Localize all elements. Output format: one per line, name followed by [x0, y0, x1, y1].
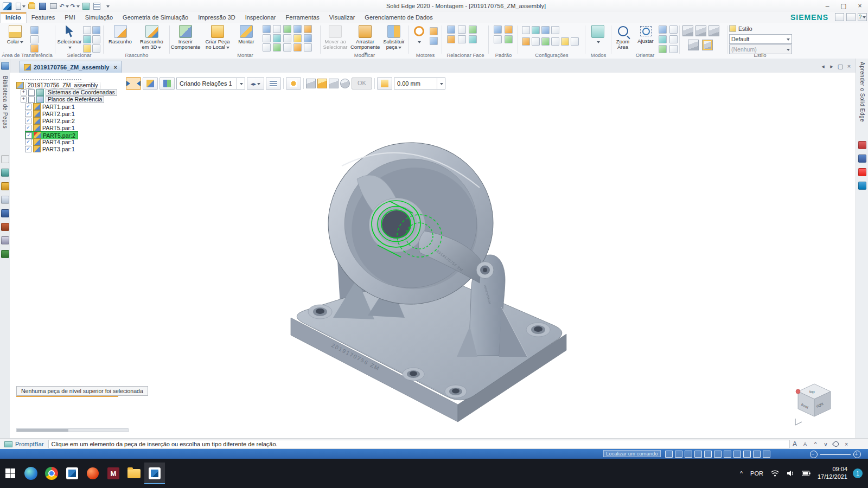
- close-button[interactable]: ×: [852, 1, 868, 12]
- tree-root[interactable]: 2019170756_ZM_assembly: [16, 82, 103, 89]
- shaded-with-edges-cube-icon[interactable]: [702, 40, 713, 50]
- view-styles-tool-icon[interactable]: [733, 451, 741, 458]
- checkbox-checked[interactable]: ✓: [25, 118, 31, 124]
- layers-icon[interactable]: [1, 169, 9, 177]
- fit-button[interactable]: Ajustar: [635, 24, 656, 44]
- options-button[interactable]: [143, 77, 158, 90]
- qa-customize-button[interactable]: [103, 2, 112, 10]
- youtube-icon[interactable]: [858, 168, 866, 176]
- tree-item-part[interactable]: ✓ PART2.par:1: [25, 110, 77, 117]
- checkbox-checked[interactable]: ✓: [25, 104, 31, 110]
- window-layout-icon[interactable]: [846, 13, 856, 21]
- sketch-3d-button[interactable]: Rascunho em 3D: [137, 24, 167, 50]
- left-strip-label[interactable]: Biblioteca de Peças: [2, 76, 8, 129]
- minimize-button[interactable]: –: [819, 1, 835, 12]
- checkbox-checked[interactable]: ✓: [25, 111, 31, 117]
- start-button[interactable]: [0, 463, 21, 484]
- relation-nav-buttons[interactable]: ◂ ▸: [247, 77, 264, 90]
- named-views-tool-icon[interactable]: [724, 451, 731, 458]
- pan-view-icon[interactable]: [659, 35, 667, 43]
- parallel-icon[interactable]: [304, 34, 312, 42]
- motor-rotation-icon[interactable]: [430, 27, 438, 35]
- select-overlap-icon[interactable]: [92, 35, 100, 43]
- cam-icon[interactable]: [293, 34, 302, 42]
- reports-icon[interactable]: [561, 37, 569, 46]
- cut-icon[interactable]: [30, 26, 39, 34]
- language-indicator[interactable]: POR: [750, 470, 763, 477]
- window-arrange-icon[interactable]: [753, 451, 761, 458]
- mate-face-icon[interactable]: [458, 25, 466, 34]
- insert-component-button[interactable]: Inserir Componente: [170, 24, 201, 50]
- checkbox-checked[interactable]: ✓: [25, 132, 32, 139]
- checkbox-checked[interactable]: ✓: [25, 146, 31, 152]
- style-select[interactable]: Default: [729, 34, 792, 44]
- planar-align-icon[interactable]: [283, 25, 291, 33]
- sketch-button[interactable]: Rascunho: [105, 24, 135, 44]
- 3d-model-canvas[interactable]: 2019170756 ZM 2019170756 ZM: [10, 73, 856, 438]
- pin-button[interactable]: [832, 440, 841, 448]
- duplicate-icon[interactable]: [505, 35, 513, 43]
- qa-list-button[interactable]: [92, 2, 101, 10]
- font-decrease-button[interactable]: A: [801, 440, 810, 448]
- close-tab-icon[interactable]: ×: [113, 64, 117, 70]
- relationships-manager-icon[interactable]: [541, 26, 550, 34]
- offset-face-icon[interactable]: [458, 35, 466, 43]
- move-on-select-button[interactable]: Mover ao Selecionar: [321, 24, 349, 50]
- axis-align-face-icon[interactable]: [447, 35, 455, 43]
- panel-grip[interactable]: [22, 79, 81, 80]
- tree-item-part[interactable]: ✓ PART2.par:2: [25, 117, 77, 124]
- tree-item-part[interactable]: ✓ PART1.par:1: [25, 103, 77, 110]
- qa-save-button[interactable]: [37, 2, 47, 10]
- scrollbar-thumb[interactable]: [17, 429, 68, 432]
- simulation-panel-icon[interactable]: [1, 209, 9, 217]
- right-strip-label[interactable]: Aprender o Solid Edge: [859, 62, 865, 122]
- sensors-icon[interactable]: [1, 196, 9, 204]
- collapse-down-button[interactable]: v: [821, 440, 831, 448]
- tab-visualizar[interactable]: Visualizar: [324, 12, 360, 23]
- select-filter-icon[interactable]: [83, 26, 91, 34]
- qa-view-grid-button[interactable]: [81, 2, 91, 10]
- tree-item-part[interactable]: ✓ PART4.par:1: [25, 138, 77, 145]
- format-painter-icon[interactable]: [30, 44, 39, 53]
- wireframe-cube-icon[interactable]: [682, 25, 693, 36]
- face-toggle-1-icon[interactable]: [306, 79, 316, 88]
- tab-features[interactable]: Features: [27, 12, 60, 23]
- connect-icon[interactable]: [263, 34, 271, 42]
- tree-item-reference-planes[interactable]: + Planos de Referência: [21, 96, 106, 103]
- rotate-view-icon[interactable]: [659, 25, 667, 34]
- expand-icon[interactable]: +: [21, 89, 27, 95]
- update-icon[interactable]: [551, 37, 559, 46]
- viewport[interactable]: 2019170756 ZM 2019170756 ZM: [10, 73, 856, 438]
- zoom-area-tool-icon[interactable]: [694, 451, 702, 458]
- facebook-icon[interactable]: [858, 155, 866, 163]
- flashfit-button[interactable]: [126, 77, 141, 90]
- gear-icon[interactable]: [263, 43, 271, 52]
- face-toggle-3-icon[interactable]: [329, 79, 339, 88]
- physical-properties-icon[interactable]: [571, 37, 579, 46]
- tab-scroll-left-button[interactable]: ◂: [819, 62, 827, 70]
- zoom-tool-icon[interactable]: [685, 451, 692, 458]
- select-visible-icon[interactable]: [83, 35, 91, 43]
- zoom-area-button[interactable]: Zoom Área: [612, 24, 634, 50]
- sheet-layout-icon[interactable]: [743, 451, 751, 458]
- common-views-icon[interactable]: [669, 25, 678, 34]
- command-finder-input[interactable]: [603, 450, 661, 457]
- select-button[interactable]: Selecionar: [57, 24, 82, 50]
- paste-button[interactable]: Colar: [3, 24, 27, 44]
- tree-item-coordinate-systems[interactable]: + Sistemas de Coordenadas: [21, 89, 119, 96]
- horizontal-scrollbar[interactable]: [16, 428, 129, 432]
- collapse-up-button[interactable]: ^: [811, 440, 820, 448]
- modes-button[interactable]: [587, 24, 609, 44]
- motor-button[interactable]: [408, 24, 430, 44]
- relation-step-select[interactable]: Criando Relações 1: [176, 78, 245, 89]
- part-library-icon[interactable]: [1, 62, 9, 70]
- tab-inspecionar[interactable]: Inspecionar: [240, 12, 281, 23]
- checkbox-unchecked[interactable]: [28, 89, 35, 96]
- checkbox-checked[interactable]: ✓: [25, 139, 31, 145]
- angle-icon[interactable]: [273, 34, 281, 42]
- pathfinder-icon[interactable]: [1, 155, 9, 163]
- ground-icon[interactable]: [304, 43, 312, 52]
- feature-playback-icon[interactable]: [1, 223, 9, 231]
- taskbar-solid-edge-active-button[interactable]: [144, 463, 165, 484]
- tab-inicio[interactable]: Início: [0, 12, 27, 23]
